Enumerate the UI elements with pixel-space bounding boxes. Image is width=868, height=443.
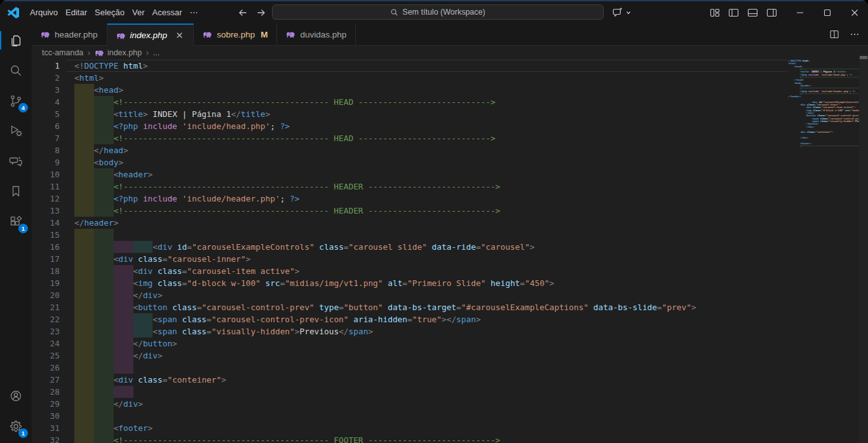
line-number: 30 <box>32 410 60 422</box>
code-line-8[interactable]: 8 </head> <box>32 144 868 156</box>
code-line-23[interactable]: 23 <span class="visually-hidden">Previou… <box>32 325 868 337</box>
line-number: 8 <box>32 144 60 156</box>
tab-sobre.php[interactable]: sobre.phpM <box>194 24 277 46</box>
menu-item-acessar[interactable]: Acessar <box>149 5 186 20</box>
line-number: 21 <box>32 301 60 313</box>
tab-header.php[interactable]: header.php <box>32 24 107 46</box>
tab-index.php[interactable]: index.php <box>107 24 194 46</box>
menu-item-ver[interactable]: Ver <box>128 5 149 20</box>
line-number: 7 <box>32 132 60 144</box>
line-number: 17 <box>32 253 60 265</box>
code-line-26[interactable]: 26 <box>32 362 868 374</box>
indent-guide <box>74 410 94 422</box>
code-line-20[interactable]: 20 </div> <box>32 289 868 301</box>
line-number: 6 <box>32 120 60 132</box>
code-line-2[interactable]: 2<html> <box>32 72 868 84</box>
line-number: 28 <box>32 386 60 398</box>
copilot-chevron-icon[interactable] <box>625 10 632 16</box>
activity-settings[interactable]: 1 <box>0 411 32 441</box>
activity-extensions[interactable]: 1 <box>0 207 32 236</box>
line-number: 10 <box>32 168 60 181</box>
activity-search[interactable] <box>0 56 32 86</box>
menu-item-seleo[interactable]: Seleção <box>91 5 128 20</box>
line-number: 11 <box>32 181 60 193</box>
activity-run-and-debug[interactable] <box>0 116 32 146</box>
code-line-11[interactable]: 11 <!-----------------------------------… <box>32 181 868 193</box>
code-line-10[interactable]: 10 <header> <box>32 168 868 181</box>
close-tab-icon[interactable] <box>175 31 184 40</box>
tab-duvidas.php[interactable]: duvidas.php <box>277 24 356 46</box>
breadcrumb[interactable]: tcc-amanda›index.php›... <box>32 46 868 60</box>
minimize-button[interactable] <box>786 1 813 24</box>
customize-layout-icon[interactable] <box>710 8 720 18</box>
editor-scrollbar[interactable] <box>859 56 868 443</box>
code-line-18[interactable]: 18 <div class="carousel-item active"> <box>32 265 868 277</box>
breadcrumb-item[interactable]: index.php <box>95 48 142 57</box>
accounts-icon <box>8 388 24 404</box>
code-line-15[interactable]: 15 <box>32 229 868 241</box>
line-number: 13 <box>32 205 60 217</box>
more-actions-icon[interactable] <box>850 29 860 39</box>
activity-explorer[interactable] <box>0 25 32 55</box>
code-line-16[interactable]: 16 <div id="carouselExampleControls" cla… <box>32 241 868 253</box>
line-number: 26 <box>32 362 60 374</box>
code-line-28[interactable]: 28 <box>32 386 868 398</box>
copilot-chat-icon[interactable] <box>611 6 623 18</box>
toggle-primary-sidebar-icon[interactable] <box>728 8 739 18</box>
code-editor[interactable]: 1<!DOCTYPE html>2<html>3 <head>4 <!-----… <box>32 60 868 443</box>
breadcrumb-item[interactable]: ... <box>153 48 159 57</box>
code-line-1[interactable]: 1<!DOCTYPE html> <box>32 60 868 72</box>
toggle-secondary-sidebar-icon[interactable] <box>766 8 777 18</box>
activity-chat[interactable] <box>0 146 32 176</box>
command-center-search[interactable]: Sem título (Workspace) <box>272 4 604 20</box>
toggle-panel-icon[interactable] <box>747 8 758 18</box>
code-line-19[interactable]: 19 <img class="d-block w-100" src="midia… <box>32 277 868 289</box>
code-line-31[interactable]: 31 <footer> <box>32 422 868 434</box>
line-number: 1 <box>32 60 60 72</box>
code-line-7[interactable]: 7 <!------------------------------------… <box>32 132 868 144</box>
activity-accounts[interactable] <box>0 381 32 411</box>
activity-source-control[interactable]: 4 <box>0 86 32 116</box>
code-line-13[interactable]: 13 <!-----------------------------------… <box>32 205 868 217</box>
breadcrumb-separator: › <box>146 48 149 58</box>
code-line-3[interactable]: 3 <head> <box>32 84 868 96</box>
code-line-30[interactable]: 30 <box>32 410 868 422</box>
line-number: 3 <box>32 84 60 96</box>
back-button[interactable] <box>238 8 248 18</box>
indent-guide <box>94 410 114 422</box>
line-number: 31 <box>32 422 60 434</box>
maximize-button[interactable] <box>813 1 841 24</box>
code-line-22[interactable]: 22 <span class="carousel-control-prev-ic… <box>32 313 868 325</box>
window-accent-border <box>0 0 868 1</box>
menu-item-more[interactable]: ⋯ <box>186 5 202 20</box>
minimap[interactable]: <!DOCTYPE html><html> <head> <!---------… <box>788 60 859 212</box>
forward-button[interactable] <box>256 8 266 18</box>
code-line-6[interactable]: 6 <?php include 'include/head.php'; ?> <box>32 120 868 132</box>
breadcrumb-item[interactable]: tcc-amanda <box>42 48 83 57</box>
code-line-12[interactable]: 12 <?php include 'include/header.php'; ?… <box>32 193 868 205</box>
split-editor-icon[interactable] <box>829 29 839 39</box>
php-file-icon <box>95 49 104 57</box>
code-line-9[interactable]: 9 <body> <box>32 156 868 168</box>
code-line-29[interactable]: 29 </div> <box>32 398 868 410</box>
code-line-27[interactable]: 27 <div class="conteiner"> <box>32 374 868 386</box>
indent-guide <box>74 362 94 374</box>
code-line-4[interactable]: 4 <!------------------------------------… <box>32 96 868 108</box>
activity-bar: 411 <box>0 24 32 443</box>
activity-bookmarks[interactable] <box>0 177 32 207</box>
close-button[interactable] <box>841 1 868 24</box>
code-line-25[interactable]: 25 </div> <box>32 350 868 362</box>
code-line-5[interactable]: 5 <title> INDEX | Página 1</title> <box>32 108 868 120</box>
code-line-32[interactable]: 32 <!-----------------------------------… <box>32 434 868 443</box>
php-file-icon <box>286 31 295 38</box>
code-line-14[interactable]: 14</header> <box>32 217 868 229</box>
explorer-icon <box>8 33 24 48</box>
line-number: 16 <box>32 241 60 253</box>
menu-item-arquivo[interactable]: Arquivo <box>26 5 62 20</box>
code-line-24[interactable]: 24 </button> <box>32 337 868 350</box>
badge: 4 <box>18 103 28 112</box>
line-number: 15 <box>32 229 60 241</box>
menu-item-editar[interactable]: Editar <box>62 5 91 20</box>
code-line-17[interactable]: 17 <div class="carousel-inner"> <box>32 253 868 265</box>
code-line-21[interactable]: 21 <button class="carousel-control-prev"… <box>32 301 868 313</box>
